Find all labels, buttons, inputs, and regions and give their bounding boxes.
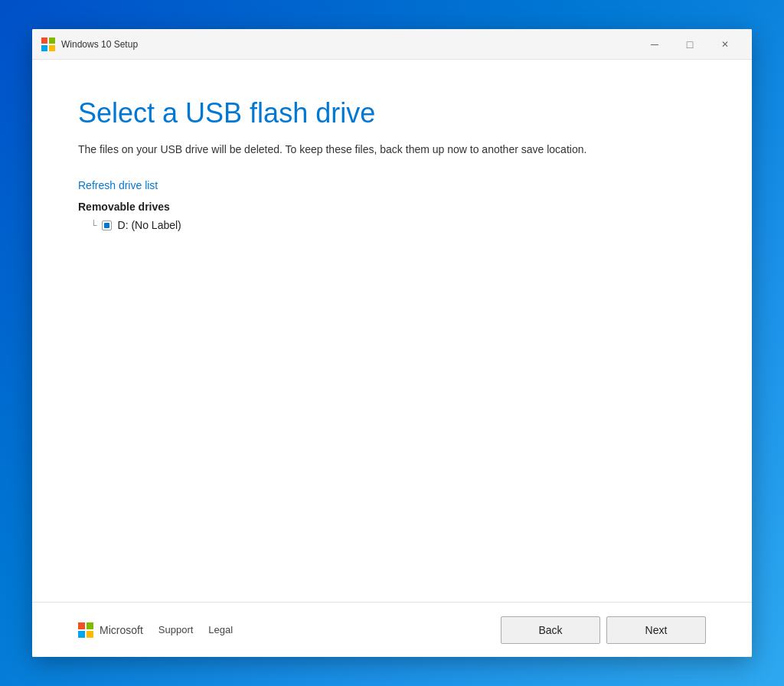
drive-item-d[interactable]: └ D: (No Label) (78, 216, 706, 234)
setup-window: Windows 10 Setup Select a USB flash driv… (32, 29, 752, 657)
tree-indicator: └ (90, 220, 97, 230)
minimize-button[interactable] (637, 29, 672, 60)
footer-right: Back Next (501, 616, 706, 644)
window-controls (637, 29, 743, 60)
maximize-icon (687, 38, 693, 51)
page-title: Select a USB flash drive (78, 96, 706, 129)
ms-red-cell (78, 622, 85, 629)
app-icon (41, 38, 55, 51)
title-bar: Windows 10 Setup (32, 29, 752, 60)
minimize-icon (651, 38, 658, 51)
svg-rect-2 (41, 45, 47, 51)
ms-green-cell (87, 622, 93, 629)
microsoft-logo: Microsoft (78, 622, 143, 638)
legal-link[interactable]: Legal (208, 624, 233, 635)
drive-radio-d[interactable] (102, 220, 112, 230)
close-icon (721, 39, 729, 50)
svg-rect-1 (49, 38, 55, 44)
footer: Microsoft Support Legal Back Next (32, 602, 752, 657)
window-title: Windows 10 Setup (61, 39, 637, 50)
maximize-button[interactable] (672, 29, 707, 60)
drives-section: Removable drives └ D: (No Label) (78, 201, 706, 234)
ms-blue-cell (78, 631, 85, 638)
svg-rect-0 (41, 38, 47, 44)
support-link[interactable]: Support (158, 624, 194, 635)
close-button[interactable] (707, 29, 743, 60)
drive-label-d: D: (No Label) (118, 219, 181, 231)
ms-yellow-cell (87, 631, 93, 638)
next-button[interactable]: Next (606, 616, 706, 644)
footer-left: Microsoft Support Legal (78, 622, 501, 638)
ms-grid-icon (78, 622, 93, 638)
main-content: Select a USB flash drive The files on yo… (32, 60, 752, 602)
subtitle-text: The files on your USB drive will be dele… (78, 142, 706, 158)
svg-rect-3 (49, 45, 55, 51)
back-button[interactable]: Back (501, 616, 600, 644)
refresh-drive-list-link[interactable]: Refresh drive list (78, 179, 706, 191)
microsoft-name: Microsoft (100, 624, 143, 636)
drives-category-label: Removable drives (78, 201, 706, 213)
